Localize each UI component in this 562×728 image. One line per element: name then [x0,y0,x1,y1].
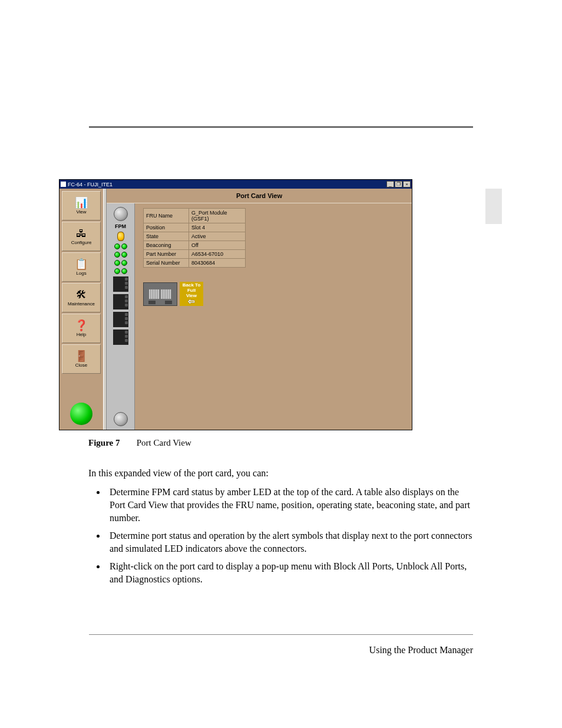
footer-horizontal-rule [89,634,473,635]
application-window: FC-64 - FUJI_ITE1 _ ❐ × 📊 View 🖧 Con [59,179,412,430]
main-content: FPM [107,203,412,430]
screw-icon [114,207,128,221]
sidebar-item-configure[interactable]: 🖧 Configure [62,222,101,251]
port-connector[interactable] [113,312,128,327]
detail-key: FRU Name [144,209,189,223]
port-connector[interactable] [113,276,128,292]
table-icon: 📋 [75,259,88,269]
sidebar-item-help[interactable]: ❓ Help [62,314,101,343]
title-bar: FC-64 - FUJI_ITE1 _ ❐ × [59,180,412,189]
table-row: FRU NameG_Port Module (GSF1) [144,209,246,223]
detail-area: FRU NameG_Port Module (GSF1) PositionSlo… [135,203,412,430]
sidebar-item-label: Help [77,332,86,337]
back-line: Full [187,288,196,293]
window-title: FC-64 - FUJI_ITE1 [68,182,113,187]
table-row: Part NumberA6534-67010 [144,250,246,259]
maximize-button[interactable]: ❐ [395,181,402,187]
footer-text: Using the Product Manager [369,645,473,655]
top-horizontal-rule [89,126,473,128]
detail-value: Off [189,241,246,250]
body-text: In this expanded view of the port card, … [88,461,474,591]
back-to-full-view[interactable]: Back To Full View ⇦ [143,282,404,306]
port-leds [114,243,127,249]
panel-title: Port Card View [107,189,412,203]
port-leds [114,252,127,258]
detail-key: Beaconing [144,241,189,250]
minimize-button[interactable]: _ [386,181,394,187]
detail-value: Active [189,232,246,241]
table-row: StateActive [144,232,246,241]
status-led-green [70,403,92,425]
main-panel: Port Card View FPM [107,189,412,430]
sidebar-item-close[interactable]: 🚪 Close [62,344,101,374]
figure-title: Port Card View [137,438,191,447]
screw-icon [114,412,128,426]
amber-led-icon [117,232,124,241]
list-item: Determine port status and operation by t… [106,529,474,555]
back-button[interactable]: Back To Full View ⇦ [180,282,203,306]
sidebar-spacer [62,375,101,401]
network-icon: 🖧 [76,228,87,239]
sidebar-item-label: Maintenance [68,301,95,307]
fpm-card[interactable]: FPM [107,203,135,430]
port-connector[interactable] [113,294,128,309]
sidebar-item-label: View [76,209,86,215]
sidebar: 📊 View 🖧 Configure 📋 Logs 🛠 Maintenance [59,189,103,430]
figure-caption: Figure 7 Port Card View [88,438,191,448]
detail-key: Position [144,223,189,232]
paragraph: In this expanded view of the port card, … [88,467,474,480]
application-body: 📊 View 🖧 Configure 📋 Logs 🛠 Maintenance [59,189,412,430]
window-controls: _ ❐ × [386,181,411,187]
bullet-list: Determine FPM card status by amber LED a… [88,486,474,586]
sidebar-item-maintenance[interactable]: 🛠 Maintenance [62,283,101,312]
sidebar-item-label: Logs [76,271,86,276]
screenshot-figure: FC-64 - FUJI_ITE1 _ ❐ × 📊 View 🖧 Con [59,179,412,430]
barchart-icon: 📊 [75,197,88,208]
app-icon [61,182,66,187]
figure-number: Figure 7 [88,438,134,448]
close-button[interactable]: × [403,181,411,187]
detail-value: A6534-67010 [189,250,246,259]
port-connector[interactable] [113,330,128,345]
fpm-label: FPM [115,223,126,229]
sidebar-item-label: Close [75,363,87,368]
detail-value: Slot 4 [189,223,246,232]
sidebar-item-logs[interactable]: 📋 Logs [62,252,101,282]
page: FC-64 - FUJI_ITE1 _ ❐ × 📊 View 🖧 Con [0,0,562,728]
detail-table: FRU NameG_Port Module (GSF1) PositionSlo… [143,208,246,268]
detail-key: Serial Number [144,259,189,268]
table-row: Serial Number80430684 [144,259,246,268]
port-leds [114,260,127,266]
detail-value: G_Port Module (GSF1) [189,209,246,223]
table-row: PositionSlot 4 [144,223,246,232]
list-item: Right-click on the port card to display … [106,560,474,586]
sidebar-item-view[interactable]: 📊 View [62,191,101,220]
tools-icon: 🛠 [76,289,87,300]
help-icon: ❓ [75,320,88,331]
back-line: Back To [183,282,201,288]
table-row: BeaconingOff [144,241,246,250]
chassis-thumbnail-icon [143,282,177,306]
side-thumb-tab [485,189,502,224]
port-leds [114,268,127,274]
door-icon: 🚪 [75,351,88,361]
detail-value: 80430684 [189,259,246,268]
detail-key: State [144,232,189,241]
sidebar-item-label: Configure [71,240,92,245]
arrow-left-icon: ⇦ [180,298,203,304]
detail-key: Part Number [144,250,189,259]
list-item: Determine FPM card status by amber LED a… [106,486,474,525]
